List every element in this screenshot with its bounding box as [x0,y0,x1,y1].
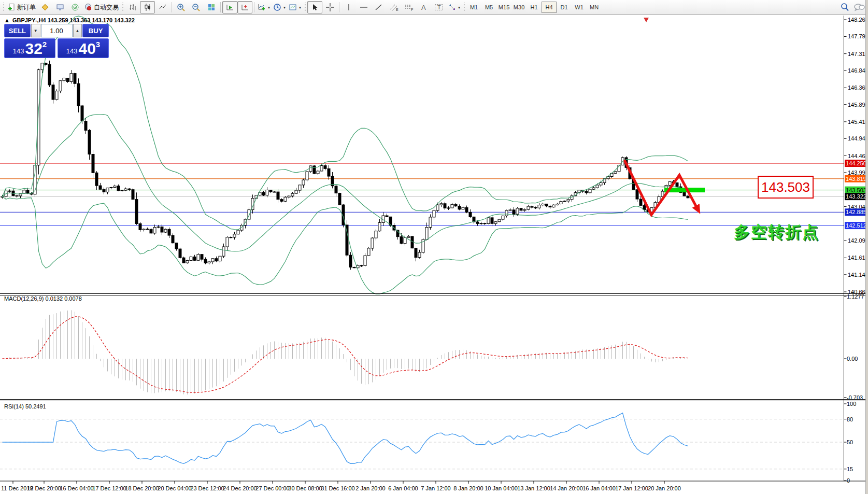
time-axis-label: 31 Dec 16:00 [321,485,354,491]
auto-scroll-button[interactable] [222,1,237,13]
macd-axis-label: 1.1277 [847,293,864,300]
tab-timeframe-mn[interactable]: MN [587,2,602,13]
dropdown-arrow-icon: ▾ [283,5,286,10]
indicators-button[interactable]: ▾ [256,1,272,13]
crosshair-button[interactable] [322,1,337,13]
tile-windows-button[interactable] [204,1,219,13]
fibonacci-icon: F [404,3,414,11]
time-axis-label: 18 Dec 20:00 [125,485,159,491]
chart-canvas[interactable]: 148.260147.790147.310146.840146.360145.8… [0,16,868,494]
template-icon [289,3,297,11]
zoom-in-button[interactable] [174,1,189,13]
bar-chart-button[interactable] [125,1,140,13]
rsi-axis[interactable]: 1008050150 [844,401,857,484]
new-order-button[interactable]: 新订单 [6,1,37,13]
rsi-line [3,413,688,464]
tab-timeframe-m15[interactable]: M15 [496,2,511,13]
candlestick-chart-button[interactable] [140,1,155,13]
pane-separators[interactable] [0,294,868,401]
svg-text:A: A [421,4,426,11]
svg-text:T: T [437,4,441,10]
terminal-icon [56,3,64,11]
fibonacci-button[interactable]: F [401,1,416,13]
macd-signal-line [3,317,688,393]
dropdown-arrow-icon: ▾ [299,5,301,10]
tab-timeframe-w1[interactable]: W1 [572,2,587,13]
toolbar-drag-handle[interactable] [304,3,306,12]
indicators-icon [258,3,266,11]
search-icon[interactable] [840,3,849,12]
collapse-arrow-icon[interactable]: ▲ [4,17,10,23]
chart-shift-button[interactable] [237,1,252,13]
time-axis-label: 16 Jan 04:00 [582,485,616,491]
price-callout-box[interactable]: 143.503 [758,176,814,199]
toolbar-separator [254,2,254,12]
horizontal-line-button[interactable] [356,1,371,13]
volume-decrease-button[interactable]: ▼ [31,24,40,37]
time-axis-label: 20 Dec 04:00 [158,485,191,491]
line-chart-button[interactable] [155,1,170,13]
templates-button[interactable]: ▾ [287,1,303,13]
horizontal-lines-layer[interactable] [0,163,844,225]
buy-price[interactable]: 143 40 3 [58,38,109,58]
rsi-axis-label: 0 [847,477,850,484]
diamond-icon [41,3,49,11]
volume-input[interactable] [41,24,73,37]
chart-shift-icon [241,3,249,11]
text-label-icon: T [434,3,444,11]
text-label-button[interactable]: T [431,1,446,13]
trendline-icon [375,3,383,11]
time-axis-label: 23 Dec 12:00 [190,485,224,491]
trendline-button[interactable] [371,1,386,13]
tab-timeframe-m30[interactable]: M30 [511,2,527,13]
cursor-button[interactable] [307,1,322,13]
cursor-icon [311,3,319,11]
tab-timeframe-m1[interactable]: M1 [466,2,481,13]
terminal-button[interactable] [52,1,67,13]
bar-chart-icon [129,3,137,11]
window-edge [865,0,868,494]
time-axis-label: 13 Jan 12:00 [517,485,550,491]
horizontal-line-icon [359,3,368,11]
auto-scroll-icon [226,3,234,11]
dropdown-arrow-icon: ▾ [458,5,460,10]
sell-button[interactable]: SELL [4,24,31,37]
toolbar-separator [339,2,339,12]
autotrade-button[interactable]: 自动交易 [82,1,120,13]
buy-button[interactable]: BUY [82,24,109,37]
bollinger-middle-band [3,115,688,251]
zoom-out-button[interactable] [189,1,204,13]
price-badge-label: 144.250 [846,160,866,166]
toolbar-drag-handle[interactable] [463,3,465,12]
price-axis[interactable]: 148.260147.790147.310146.840146.360145.8… [844,16,868,481]
vertical-line-icon [345,3,352,11]
shapes-button[interactable]: ▾ [446,1,462,13]
time-axis-label: 17 Dec 12:00 [92,485,126,491]
time-axis[interactable]: 11 Dec 201912 Dec 20:0016 Dec 04:0017 De… [0,481,868,491]
clock-icon [273,3,281,11]
periods-button[interactable]: ▾ [272,1,287,13]
vertical-line-button[interactable] [341,1,356,13]
chart-shift-marker[interactable] [644,18,649,22]
toolbar-drag-handle[interactable] [2,3,5,12]
text-button[interactable]: A [416,1,431,13]
chat-icon[interactable] [853,3,865,12]
tile-windows-icon [207,3,216,11]
signals-button[interactable] [67,1,82,13]
annotation-note-text[interactable]: 多空转折点 [734,221,819,243]
time-axis-label: 6 Jan 04:00 [388,485,418,491]
macd-axis-label: 0.00 [847,356,858,362]
channel-button[interactable]: E [386,1,401,13]
tab-timeframe-m5[interactable]: M5 [481,2,496,13]
sell-price[interactable]: 143 32 2 [4,38,55,58]
time-axis-label: 24 Dec 20:00 [223,485,257,491]
tab-timeframe-h1[interactable]: H1 [527,2,542,13]
tab-timeframe-d1[interactable]: D1 [557,2,572,13]
zigzag-arrow-annotation[interactable] [624,160,698,215]
tab-timeframe-h4[interactable]: H4 [542,2,557,13]
volume-increase-button[interactable]: ▲ [73,24,82,37]
toolbar-drag-handle[interactable] [121,3,124,12]
rsi-axis-label: 15 [847,466,853,472]
market-watch-button[interactable] [37,1,52,13]
macd-axis[interactable]: 1.12770.00-0.703 [844,293,864,401]
